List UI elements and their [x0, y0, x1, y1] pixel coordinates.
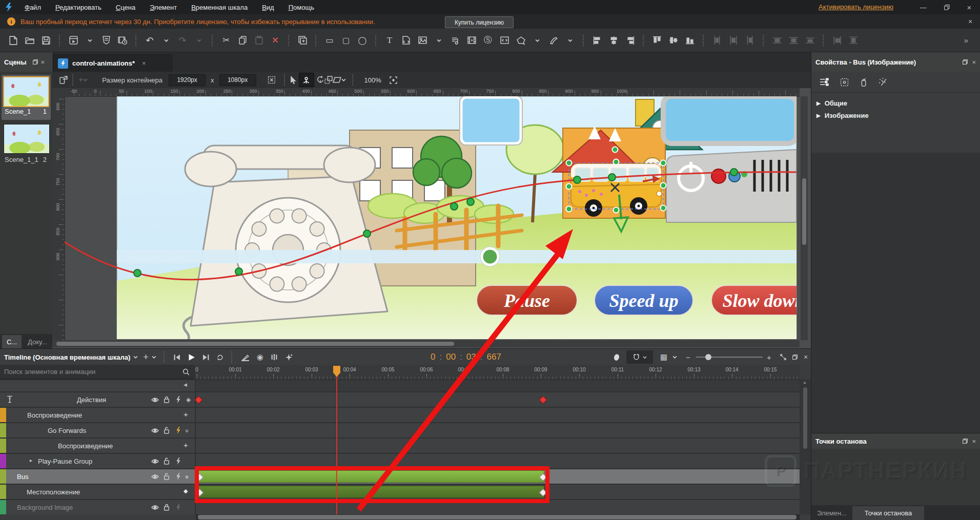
timeline-v-scrollbar[interactable]: ▲: [800, 379, 811, 514]
document-tab[interactable]: control-animations* ×: [53, 54, 172, 72]
apply-size-icon[interactable]: [268, 76, 276, 84]
loop-playback-button[interactable]: [216, 354, 224, 361]
align-bottom-button[interactable]: [683, 34, 697, 47]
warning-close-icon[interactable]: ×: [966, 17, 975, 26]
cut-button[interactable]: ✂: [219, 34, 233, 47]
track-row-background-image[interactable]: Background Image: [0, 500, 195, 514]
breakpoints-close-icon[interactable]: ×: [972, 438, 976, 445]
eye-icon[interactable]: [151, 503, 159, 511]
track-position-lane[interactable]: [196, 485, 800, 499]
draw-freehand-chevron-icon[interactable]: [563, 34, 577, 47]
bolt-icon[interactable]: [174, 396, 182, 404]
buy-license-button[interactable]: Купить лицензию: [445, 16, 514, 28]
keyframe-diamond-icon[interactable]: ◈: [186, 396, 191, 403]
insert-text-button[interactable]: T: [383, 34, 396, 47]
eye-icon[interactable]: [151, 472, 159, 481]
double-chevron-icon[interactable]: »: [183, 429, 191, 432]
menu-view[interactable]: Вид: [255, 4, 281, 11]
activate-license-link[interactable]: Активировать лицензию: [819, 3, 893, 11]
rotate-tool-button[interactable]: [316, 76, 324, 84]
align-center-horizontal-button[interactable]: [607, 34, 620, 47]
position-animation-bar[interactable]: [198, 486, 544, 498]
insert-rectangle-button[interactable]: ▭: [323, 34, 336, 47]
insert-shape-button[interactable]: [514, 34, 527, 47]
timeline-select-chevron-icon[interactable]: [133, 356, 138, 359]
skew-tool-button[interactable]: [333, 76, 341, 84]
track-row-playback-2[interactable]: Воспроизведение +: [0, 439, 195, 453]
container-width-input[interactable]: 1920px: [169, 74, 206, 86]
transform-chevron-icon[interactable]: [341, 78, 346, 81]
timeline-v-scrollbar-thumb[interactable]: [803, 387, 807, 449]
track-go-forwards-lane[interactable]: [196, 423, 800, 438]
onion-skin-button[interactable]: [271, 353, 278, 361]
eye-icon[interactable]: [151, 457, 159, 465]
menu-file[interactable]: Файл: [17, 4, 48, 11]
breakpoints-float-icon[interactable]: [963, 439, 968, 444]
timeline-float-icon[interactable]: [792, 355, 798, 360]
unlock-icon[interactable]: [162, 457, 171, 465]
timeline-expand-icon[interactable]: [780, 354, 786, 360]
track-playback-1-lane[interactable]: [196, 408, 800, 422]
insert-symbol-button[interactable]: Ⓢ: [481, 34, 495, 47]
play-button[interactable]: [188, 353, 195, 361]
tab-elements[interactable]: Элемен...: [812, 506, 851, 520]
auto-keyframe-button[interactable]: [241, 353, 250, 361]
bus-animation-bar[interactable]: [198, 470, 544, 483]
lock-icon[interactable]: [162, 396, 171, 404]
keyframe-red[interactable]: [539, 396, 547, 404]
timeline-zoom-slider[interactable]: [696, 357, 763, 358]
menu-scene[interactable]: Сцена: [109, 4, 142, 11]
align-top-button[interactable]: [650, 34, 664, 47]
scene-1-thumbnail[interactable]: [3, 76, 49, 107]
scenes-float-icon[interactable]: [33, 59, 38, 65]
add-scene-button[interactable]: [296, 34, 309, 47]
new-document-button[interactable]: [7, 34, 20, 47]
double-chevron-icon[interactable]: »: [183, 475, 191, 478]
props-section-general[interactable]: ▶ Общие: [811, 97, 980, 109]
scroll-up-icon[interactable]: ▲: [803, 380, 807, 385]
keyframe-red[interactable]: [195, 396, 203, 404]
insert-embed-code-button[interactable]: [498, 34, 511, 47]
scene-item-2[interactable]: Scene_1_1 2: [2, 122, 51, 167]
zoom-out-timeline-icon[interactable]: −: [686, 353, 690, 362]
eye-icon[interactable]: [151, 396, 159, 404]
preview-options-chevron-icon[interactable]: [83, 34, 96, 47]
insert-audio-button[interactable]: [448, 34, 462, 47]
export-html5-button[interactable]: [99, 34, 113, 47]
restore-button[interactable]: [942, 3, 951, 11]
timeline-h-scrollbar-thumb[interactable]: [198, 515, 797, 519]
track-playback-2-lane[interactable]: [196, 439, 800, 453]
keyframe-diamond-icon[interactable]: ◆: [183, 488, 188, 494]
track-row-play-pause-group[interactable]: ▸ Play-Pause Group: [0, 454, 195, 468]
track-row-playback-1[interactable]: Воспроизведение +: [0, 408, 195, 422]
timeline-close-icon[interactable]: ×: [804, 353, 808, 361]
fit-to-window-icon[interactable]: [390, 76, 397, 84]
lock-closed-icon[interactable]: [162, 503, 171, 511]
grid-view-icon[interactable]: ▦: [660, 352, 667, 362]
document-tab-close-icon[interactable]: ×: [142, 59, 146, 67]
properties-float-icon[interactable]: [963, 59, 968, 65]
eye-icon[interactable]: [151, 426, 159, 434]
undo-history-chevron-icon[interactable]: [159, 34, 173, 47]
skip-to-end-button[interactable]: [202, 354, 209, 361]
unlock-icon[interactable]: [162, 472, 171, 481]
timeline-ruler[interactable]: 0 00:01 00:02 00:03 00:04 00:05 00:06 00…: [195, 365, 800, 379]
prop-tab-effect-icon[interactable]: [860, 78, 867, 87]
insert-ellipse-button[interactable]: ◯: [356, 34, 369, 47]
canvas-h-scrollbar-thumb[interactable]: [56, 342, 454, 346]
prop-tab-transform-icon[interactable]: [840, 78, 849, 87]
track-row-bus-selected[interactable]: Bus »: [0, 469, 195, 484]
add-animation-icon[interactable]: +: [183, 441, 188, 449]
expand-group-icon[interactable]: ▸: [30, 457, 32, 463]
tab-breakpoints-active[interactable]: Точки останова: [852, 506, 924, 520]
skip-to-start-button[interactable]: [174, 354, 180, 361]
edit-container-icon[interactable]: [59, 76, 68, 84]
menu-element[interactable]: Элемент: [142, 4, 184, 11]
bolt-icon[interactable]: [174, 472, 182, 481]
open-project-button[interactable]: [23, 34, 36, 47]
properties-close-icon[interactable]: ×: [972, 58, 976, 66]
canvas-v-scrollbar-thumb[interactable]: [802, 178, 806, 245]
record-animation-button[interactable]: ◉: [257, 352, 263, 362]
menu-edit[interactable]: Редактировать: [48, 4, 109, 11]
add-animation-icon[interactable]: +: [183, 410, 188, 419]
